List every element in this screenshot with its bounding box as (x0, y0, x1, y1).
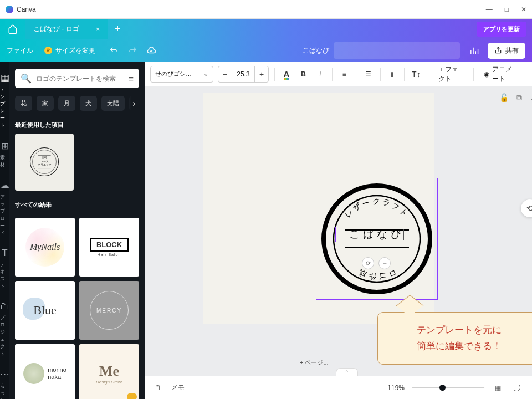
template-card-me[interactable]: MeDesign Office (79, 344, 139, 399)
file-menu[interactable]: ファイル (7, 46, 33, 55)
duplicate-page-icon[interactable]: ⧉ (516, 93, 522, 103)
update-app-button[interactable]: アプリを更新 (477, 22, 526, 37)
undo-button[interactable] (106, 43, 121, 58)
search-input[interactable] (36, 75, 124, 83)
help-icon[interactable]: ? (530, 384, 532, 392)
template-card-blue[interactable]: Blue (15, 281, 75, 340)
template-card-mercy[interactable]: MERCY (79, 281, 139, 340)
section-recent-header: 最近使用した項目 (15, 121, 139, 129)
template-card-mynails[interactable]: MyNails (15, 218, 75, 277)
rail-projects[interactable]: 🗀プロジェクト (0, 295, 9, 363)
vertical-text-button[interactable]: T↕ (410, 66, 422, 83)
section-all-header: すべての結果 (15, 201, 139, 209)
chip-house[interactable]: 家 (37, 96, 54, 110)
cloud-sync-icon[interactable] (144, 43, 158, 58)
templates-icon: ▦ (1, 72, 9, 84)
app-title: Canva (17, 6, 36, 13)
rail-templates[interactable]: ▦テンプレート (0, 66, 9, 135)
tab-title: こばなび - ロゴ (33, 24, 79, 34)
canvas-page[interactable]: レザークラフト ロゴ作成 こばなび ⟳ ＋ テンプレートを元に 簡単に編集できる… (203, 93, 434, 324)
font-selector[interactable]: せのびゴシック B...⌄ (150, 66, 213, 83)
template-card-morino[interactable]: morino naka (15, 344, 75, 399)
folder-icon: 🗀 (0, 301, 9, 312)
text-toolbar: せのびゴシック B...⌄ − 25.3 + A B I ≡ ☰ ⫿ T↕ エフ… (145, 62, 532, 86)
text-edit-box[interactable]: こばなび (335, 227, 417, 242)
list-button[interactable]: ☰ (362, 66, 374, 83)
elements-icon: ⊞ (1, 140, 9, 152)
templates-panel: 🔍 ≡ 花 家 月 犬 太陽 本 ハート › 最近使用した項目 三町 ユース ク… (9, 62, 145, 399)
chevron-down-icon: ⌄ (203, 70, 208, 78)
insights-icon[interactable] (466, 42, 482, 59)
bottom-bar: 🗒 メモ 119% ▦ ⛶ ? (145, 376, 532, 399)
rail-more[interactable]: ⋯もっと見る (0, 363, 9, 399)
align-button[interactable]: ≡ (338, 66, 350, 83)
zoom-slider[interactable] (412, 387, 484, 388)
resize-menu[interactable]: ♛ サイズを変更 (44, 46, 95, 55)
chips-scroll-right-icon[interactable]: › (127, 96, 139, 110)
page-tray-toggle[interactable]: ⌃ (336, 368, 358, 376)
window-minimize-icon[interactable]: — (486, 6, 493, 13)
rail-uploads[interactable]: ☁アップロード (0, 174, 9, 242)
zoom-value[interactable]: 119% (387, 384, 405, 392)
document-tab[interactable]: こばなび - ロゴ × (25, 19, 108, 39)
template-search[interactable]: 🔍 ≡ (15, 69, 139, 88)
animate-icon: ◉ (484, 70, 489, 78)
svg-text:三町: 三町 (42, 156, 47, 160)
premium-badge-icon (127, 393, 137, 399)
sync-icon[interactable]: ⟳ (362, 257, 374, 269)
window-close-icon[interactable]: ✕ (521, 6, 526, 13)
page-share-icon[interactable]: ↗ (530, 93, 532, 103)
chip-flower[interactable]: 花 (15, 96, 32, 110)
font-size-stepper[interactable]: − 25.3 + (218, 66, 269, 83)
fullscreen-icon[interactable]: ⛶ (511, 384, 522, 392)
new-tab-button[interactable]: + (108, 23, 127, 35)
add-page-button[interactable]: + ページ... (300, 359, 329, 367)
template-card-block[interactable]: BLOCKHair Salon (79, 218, 139, 277)
chip-dog[interactable]: 犬 (80, 96, 97, 110)
rail-text[interactable]: Tテキスト (0, 242, 9, 295)
text-color-button[interactable]: A (280, 66, 293, 83)
bold-button[interactable]: B (297, 66, 309, 83)
window-maximize-icon[interactable]: □ (505, 6, 509, 13)
font-size-increase[interactable]: + (255, 66, 268, 82)
pages-grid-icon[interactable]: ▦ (492, 384, 503, 392)
chip-moon[interactable]: 月 (58, 96, 75, 110)
share-button[interactable]: 共有 (488, 43, 525, 59)
upload-icon: ☁ (0, 180, 9, 191)
svg-text:クリニック: クリニック (38, 163, 52, 166)
spacing-button[interactable]: ⫿ (386, 66, 398, 83)
lock-icon[interactable]: 🔓 (499, 93, 509, 103)
crown-icon: ♛ (44, 47, 52, 54)
document-title: こばなび (303, 46, 329, 55)
app-logo-icon (6, 6, 13, 13)
text-icon: T (2, 248, 7, 259)
canvas-area: せのびゴシック B...⌄ − 25.3 + A B I ≡ ☰ ⫿ T↕ エフ… (145, 62, 532, 399)
animate-button[interactable]: ◉アニメート (479, 65, 519, 84)
svg-text:レザークラフト: レザークラフト (343, 197, 411, 219)
effects-button[interactable]: エフェクト (434, 65, 468, 84)
search-icon: 🔍 (21, 73, 32, 84)
filter-icon[interactable]: ≡ (129, 74, 134, 83)
italic-button[interactable]: I (314, 66, 326, 83)
chip-sun[interactable]: 太陽 (101, 96, 125, 110)
tab-close-icon[interactable]: × (96, 25, 100, 33)
left-rail: ▦テンプレート ⊞素材 ☁アップロード Tテキスト 🗀プロジェクト ⋯もっと見る (0, 62, 9, 399)
rail-elements[interactable]: ⊞素材 (0, 135, 9, 174)
document-title-input[interactable] (334, 42, 460, 59)
add-element-icon[interactable]: ＋ (378, 257, 391, 269)
svg-text:ユース: ユース (40, 160, 49, 163)
font-size-decrease[interactable]: − (218, 66, 232, 82)
annotation-callout: テンプレートを元に 簡単に編集できる！ (377, 312, 532, 365)
home-button[interactable] (0, 19, 25, 39)
rotate-fab[interactable]: ⟲ (521, 200, 532, 217)
font-size-value[interactable]: 25.3 (232, 66, 255, 82)
redo-button[interactable] (125, 43, 140, 58)
more-icon: ⋯ (0, 369, 9, 380)
recent-template-card[interactable]: 三町 ユース クリニック (15, 134, 74, 191)
notes-label[interactable]: メモ (171, 383, 185, 392)
notes-icon[interactable]: 🗒 (152, 384, 163, 392)
